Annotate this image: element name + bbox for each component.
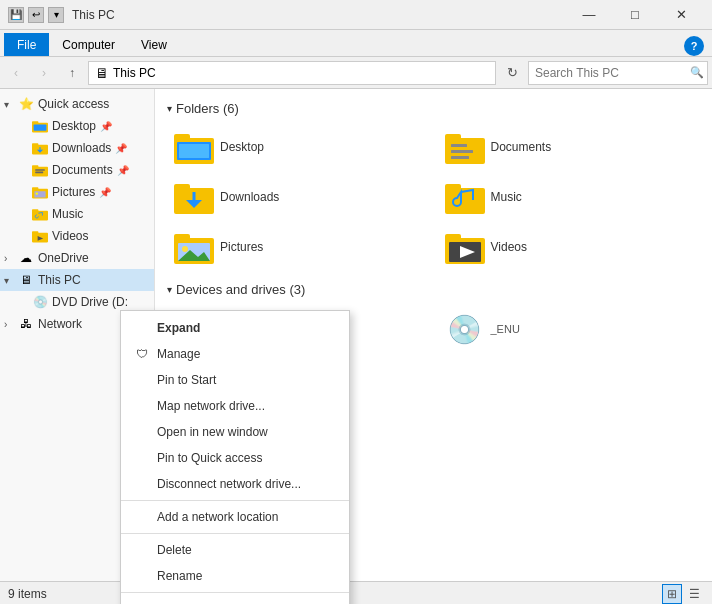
forward-button[interactable]: ›: [32, 61, 56, 85]
star-icon: ⭐: [18, 96, 34, 112]
svg-rect-22: [179, 144, 209, 158]
ctx-rename[interactable]: Rename: [121, 563, 349, 589]
sidebar-label-network: Network: [38, 317, 82, 331]
up-button[interactable]: ↑: [60, 61, 84, 85]
sidebar-label-dvd: DVD Drive (D:: [52, 295, 128, 309]
tab-computer[interactable]: Computer: [49, 33, 128, 56]
undo-icon[interactable]: ↩: [28, 7, 44, 23]
ctx-add-network-location[interactable]: Add a network location: [121, 504, 349, 530]
ctx-separator-1: [121, 500, 349, 501]
svg-rect-24: [445, 134, 461, 143]
sidebar-item-music[interactable]: Music: [0, 203, 154, 225]
title-bar: 💾 ↩ ▾ This PC — □ ✕: [0, 0, 712, 30]
help-button[interactable]: ?: [684, 36, 704, 56]
svg-rect-2: [34, 124, 47, 130]
sidebar-label-downloads: Downloads: [52, 141, 111, 155]
ctx-pin-start[interactable]: Pin to Start: [121, 367, 349, 393]
folder-downloads[interactable]: Downloads: [167, 174, 430, 220]
save-icon[interactable]: 💾: [8, 7, 24, 23]
drive-enu-info: _ENU: [491, 323, 520, 335]
view-large-icons-button[interactable]: ⊞: [662, 584, 682, 604]
close-button[interactable]: ✕: [658, 0, 704, 30]
maximize-button[interactable]: □: [612, 0, 658, 30]
ctx-expand[interactable]: Expand: [121, 315, 349, 341]
videos-folder-large-icon: [445, 229, 485, 265]
sidebar-item-onedrive[interactable]: › ☁ OneDrive: [0, 247, 154, 269]
sidebar-label-videos: Videos: [52, 229, 88, 243]
pictures-folder-icon: [32, 184, 48, 200]
thispc-icon: 🖥: [18, 272, 34, 288]
main-layout: ▾ ⭐ Quick access Desktop 📌: [0, 89, 712, 581]
svg-rect-29: [174, 184, 190, 193]
refresh-button[interactable]: ↻: [500, 61, 524, 85]
svg-rect-10: [32, 187, 38, 190]
ctx-delete[interactable]: Delete: [121, 537, 349, 563]
ctx-disconnect[interactable]: Disconnect network drive...: [121, 471, 349, 497]
folders-chevron-icon: ▾: [167, 103, 172, 114]
documents-folder-icon: [32, 162, 48, 178]
documents-folder-large-icon: [445, 129, 485, 165]
pictures-folder-large-icon: [174, 229, 214, 265]
folder-documents[interactable]: Documents: [438, 124, 701, 170]
context-menu: Expand 🛡 Manage Pin to Start Map network…: [120, 310, 350, 604]
sidebar-label-documents: Documents: [52, 163, 113, 177]
sidebar-item-thispc[interactable]: ▾ 🖥 This PC: [0, 269, 154, 291]
sidebar-label-thispc: This PC: [38, 273, 81, 287]
svg-rect-14: [32, 209, 38, 212]
back-button[interactable]: ‹: [4, 61, 28, 85]
downloads-folder-icon: [32, 140, 48, 156]
drive-enu[interactable]: 💿 _ENU: [438, 305, 701, 353]
view-list-button[interactable]: ☰: [684, 584, 704, 604]
tab-view[interactable]: View: [128, 33, 180, 56]
view-icons: ⊞ ☰: [662, 584, 704, 604]
search-input[interactable]: [528, 61, 708, 85]
more-icon[interactable]: ▾: [48, 7, 64, 23]
network-chevron: ›: [4, 319, 18, 330]
title-bar-quick-access-icons: 💾 ↩ ▾: [8, 7, 64, 23]
folder-desktop[interactable]: Desktop: [167, 124, 430, 170]
sidebar-label-music: Music: [52, 207, 83, 221]
ctx-properties[interactable]: Properties: [121, 596, 349, 604]
ctx-pin-quick-access[interactable]: Pin to Quick access: [121, 445, 349, 471]
svg-rect-1: [32, 121, 38, 124]
svg-point-37: [182, 246, 188, 252]
sidebar-label-desktop: Desktop: [52, 119, 96, 133]
search-wrap: [528, 61, 708, 85]
folder-pictures[interactable]: Pictures: [167, 224, 430, 270]
sidebar-item-pictures[interactable]: Pictures 📌: [0, 181, 154, 203]
desktop-folder-large-icon: [174, 129, 214, 165]
address-path[interactable]: 🖥 This PC: [88, 61, 496, 85]
sidebar-item-quick-access[interactable]: ▾ ⭐ Quick access: [0, 93, 154, 115]
ctx-open-new-window[interactable]: Open in new window: [121, 419, 349, 445]
ctx-manage[interactable]: 🛡 Manage: [121, 341, 349, 367]
minimize-button[interactable]: —: [566, 0, 612, 30]
sidebar-item-desktop[interactable]: Desktop 📌: [0, 115, 154, 137]
downloads-folder-large-icon: [174, 179, 214, 215]
folder-name-pictures: Pictures: [220, 240, 263, 254]
sidebar-item-videos[interactable]: Videos: [0, 225, 154, 247]
chevron-down-icon: ▾: [4, 99, 18, 110]
drive-enu-name: _ENU: [491, 323, 520, 335]
svg-rect-25: [451, 144, 467, 147]
folder-music[interactable]: Music: [438, 174, 701, 220]
devices-section-header: ▾ Devices and drives (3): [167, 282, 700, 297]
ribbon-tabs: File Computer View ?: [0, 30, 712, 56]
thispc-path-icon: 🖥: [95, 65, 109, 81]
pin-icon-pics: 📌: [99, 187, 111, 198]
sidebar-item-documents[interactable]: Documents 📌: [0, 159, 154, 181]
devices-header-text: Devices and drives (3): [176, 282, 305, 297]
status-bar: 9 items ⊞ ☰: [0, 581, 712, 604]
music-folder-icon: [32, 206, 48, 222]
folder-name-videos: Videos: [491, 240, 527, 254]
svg-rect-35: [174, 234, 190, 243]
ctx-map-network[interactable]: Map network drive...: [121, 393, 349, 419]
dvd-icon: 💿: [32, 294, 48, 310]
folder-name-documents: Documents: [491, 140, 552, 154]
dvd-drive-icon: 💿: [445, 311, 485, 347]
address-bar: ‹ › ↑ 🖥 This PC ↻: [0, 57, 712, 89]
folder-videos[interactable]: Videos: [438, 224, 701, 270]
svg-rect-7: [35, 169, 45, 171]
sidebar-item-downloads[interactable]: Downloads 📌: [0, 137, 154, 159]
folders-section-header: ▾ Folders (6): [167, 101, 700, 116]
tab-file[interactable]: File: [4, 33, 49, 56]
